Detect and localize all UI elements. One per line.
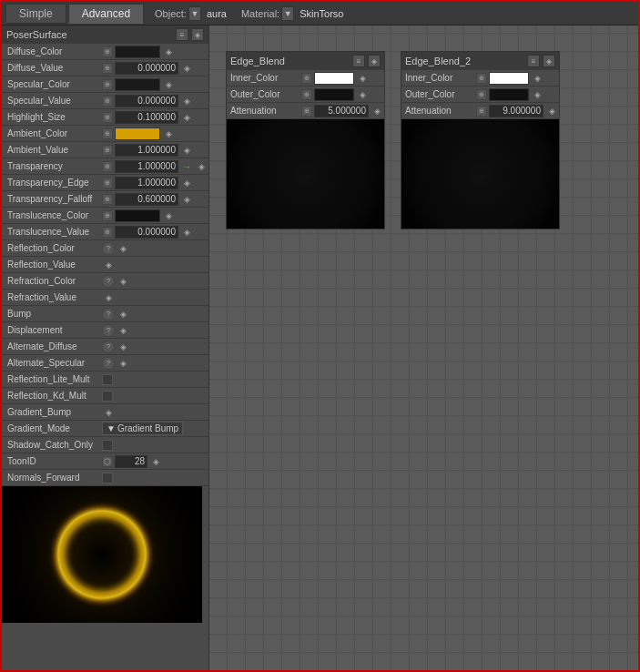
- prop-end-icon-6[interactable]: ◈: [162, 127, 175, 140]
- edge-blend-2-icon-2[interactable]: ◈: [543, 55, 555, 67]
- prop-name-reflection-color: Reflection_Color: [4, 243, 102, 253]
- reflection-lite-mult-checkbox[interactable]: [102, 374, 113, 385]
- toonid-field[interactable]: 28: [115, 455, 147, 468]
- alternate-diffuse-question[interactable]: ?: [102, 341, 115, 353]
- edge-blend-2-outer-end[interactable]: ◈: [531, 88, 543, 101]
- prop-end-icon-10[interactable]: ◈: [180, 193, 193, 206]
- prop-connect-icon[interactable]: ⊕: [102, 46, 113, 57]
- prop-end-icon[interactable]: ◈: [162, 46, 175, 58]
- prop-end-icon-16[interactable]: ◈: [102, 291, 115, 304]
- prop-connect-icon-12[interactable]: ⊕: [102, 227, 113, 238]
- alternate-specular-question[interactable]: ?: [102, 357, 115, 370]
- edge-blend-1-inner-end[interactable]: ◈: [356, 72, 369, 85]
- edge-blend-1-inner-swatch[interactable]: [314, 72, 354, 85]
- prop-end-icon-17[interactable]: ◈: [117, 308, 129, 321]
- prop-end-icon-19[interactable]: ◈: [117, 341, 129, 353]
- edge-blend-2-attenuation-value[interactable]: 9.000000: [489, 105, 543, 117]
- prop-end-icon-8[interactable]: ◈: [195, 160, 208, 173]
- prop-name-gradient-bump: Gradient_Bump: [4, 407, 102, 417]
- prop-connect-icon-4[interactable]: ⊕: [102, 96, 113, 107]
- prop-connect-icon-2[interactable]: ⊕: [102, 63, 113, 74]
- toonid-icon[interactable]: ⬡: [102, 456, 113, 467]
- edge-blend-2-inner-end[interactable]: ◈: [531, 72, 543, 85]
- prop-connect-icon-9[interactable]: ⊕: [102, 178, 113, 188]
- transparency-falloff-field[interactable]: 0.600000: [115, 193, 178, 206]
- edge-blend-1-outer-end[interactable]: ◈: [356, 88, 369, 101]
- displacement-question[interactable]: ?: [102, 324, 115, 337]
- edge-blend-2-inner-connect[interactable]: ⊕: [476, 73, 487, 84]
- edge-blend-1-outer-swatch[interactable]: [314, 88, 354, 101]
- bump-question[interactable]: ?: [102, 308, 115, 321]
- panel-icon-1[interactable]: ≡: [176, 28, 188, 41]
- prop-connect-icon-11[interactable]: ⊕: [102, 210, 113, 221]
- prop-end-icon-3[interactable]: ◈: [162, 78, 175, 91]
- reflection-kd-mult-checkbox[interactable]: [102, 391, 113, 402]
- gradient-mode-dropdown[interactable]: ▼ Gradient Bump: [102, 422, 183, 435]
- edge-blend-2-icon-1[interactable]: ≡: [527, 55, 540, 67]
- prop-name-toonid: ToonID: [4, 456, 102, 466]
- edge-blend-2-outer-swatch[interactable]: [489, 88, 529, 101]
- material-dropdown[interactable]: ▼: [281, 6, 294, 21]
- prop-name-diffuse-color: Diffuse_Color: [4, 46, 102, 56]
- translucence-value-field[interactable]: 0.000000: [115, 226, 178, 239]
- edge-blend-1-outer-connect[interactable]: ⊕: [301, 89, 312, 100]
- prop-end-icon-22[interactable]: ◈: [149, 455, 162, 468]
- transparency-edge-field[interactable]: 1.000000: [115, 177, 178, 189]
- edge-blend-1-icon-2[interactable]: ◈: [368, 55, 381, 67]
- edge-blend-2-att-end[interactable]: ◈: [545, 105, 558, 117]
- edge-blend-2-att-connect[interactable]: ⊕: [476, 106, 487, 117]
- prop-connect-icon-7[interactable]: ⊕: [102, 145, 113, 156]
- prop-end-icon-20[interactable]: ◈: [117, 357, 129, 370]
- edge-blend-1-att-connect[interactable]: ⊕: [301, 106, 312, 117]
- prop-end-icon-12[interactable]: ◈: [180, 226, 193, 239]
- prop-ambient-value: Ambient_Value ⊕ 1.000000 ◈: [2, 142, 208, 158]
- highlight-size-field[interactable]: 0.100000: [115, 111, 178, 124]
- translucence-color-swatch[interactable]: [115, 209, 160, 222]
- material-preview: [2, 486, 202, 623]
- edge-blend-1-inner-connect[interactable]: ⊕: [301, 73, 312, 84]
- prop-end-icon-4[interactable]: ◈: [180, 95, 193, 107]
- prop-end-icon-18[interactable]: ◈: [117, 324, 129, 337]
- edge-blend-1-att-end[interactable]: ◈: [371, 105, 383, 117]
- prop-end-icon-21[interactable]: ◈: [102, 406, 115, 419]
- tab-advanced[interactable]: Advanced: [68, 4, 144, 24]
- normals-forward-checkbox[interactable]: [102, 473, 113, 484]
- edge-blend-1-icon-1[interactable]: ≡: [352, 55, 365, 67]
- prop-end-icon-9[interactable]: ◈: [180, 177, 193, 189]
- top-bar: Simple Advanced Object: ▼ aura Material:…: [2, 2, 638, 25]
- prop-end-icon-15[interactable]: ◈: [117, 275, 129, 288]
- edge-blend-1-attenuation-row: Attenuation ⊕ 5.000000 ◈: [227, 103, 384, 119]
- ambient-value-field[interactable]: 1.000000: [115, 144, 178, 157]
- diffuse-color-swatch[interactable]: [115, 46, 160, 58]
- ambient-color-swatch[interactable]: [115, 127, 160, 140]
- prop-end-icon-2[interactable]: ◈: [180, 62, 193, 75]
- refraction-color-question[interactable]: ?: [102, 275, 115, 288]
- prop-connect-icon-5[interactable]: ⊕: [102, 112, 113, 123]
- object-dropdown[interactable]: ▼: [188, 6, 201, 21]
- prop-connect-icon-10[interactable]: ⊕: [102, 194, 113, 205]
- prop-connect-icon-6[interactable]: ⊕: [102, 128, 113, 139]
- prop-name-transparency-edge: Transparency_Edge: [4, 178, 102, 188]
- prop-controls-toonid: ⬡ 28 ◈: [102, 455, 207, 468]
- reflection-color-question[interactable]: ?: [102, 242, 115, 255]
- specular-value-field[interactable]: 0.000000: [115, 95, 178, 107]
- prop-connect-icon-3[interactable]: ⊕: [102, 79, 113, 90]
- prop-connect-icon-8[interactable]: ⊕: [102, 161, 113, 172]
- shadow-catch-only-checkbox[interactable]: [102, 440, 113, 451]
- edge-blend-1-attenuation-value[interactable]: 5.000000: [314, 105, 369, 117]
- prop-end-icon-14[interactable]: ◈: [102, 259, 115, 271]
- edge-blend-2-inner-swatch[interactable]: [489, 72, 529, 85]
- tab-simple[interactable]: Simple: [5, 4, 66, 24]
- panel-icon-2[interactable]: ◈: [191, 28, 204, 41]
- edge-blend-2-outer-connect[interactable]: ⊕: [476, 89, 487, 100]
- prop-end-icon-7[interactable]: ◈: [180, 144, 193, 157]
- edge-blend-2-outer-color-label: Outer_Color: [403, 89, 476, 99]
- edge-blend-2-inner-color-label: Inner_Color: [403, 73, 476, 83]
- diffuse-value-field[interactable]: 0.000000: [115, 62, 178, 75]
- prop-end-icon-11[interactable]: ◈: [162, 209, 175, 222]
- transparency-field[interactable]: 1.000000: [115, 160, 178, 173]
- specular-color-swatch[interactable]: [115, 78, 160, 91]
- prop-end-icon-13[interactable]: ◈: [117, 242, 129, 255]
- prop-end-icon-5[interactable]: ◈: [180, 111, 193, 124]
- transparency-arrow-icon[interactable]: →: [180, 160, 193, 173]
